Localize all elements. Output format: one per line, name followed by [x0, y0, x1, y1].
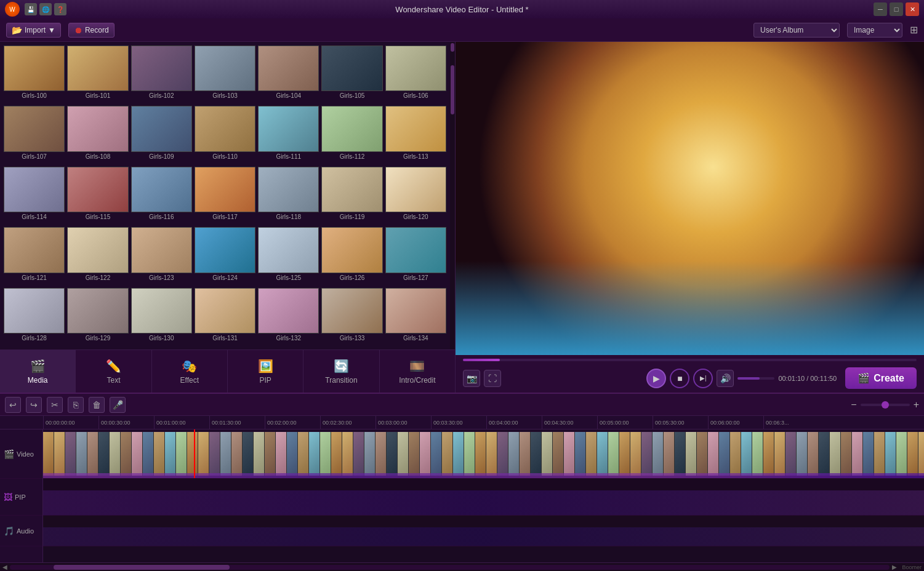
media-item[interactable]: Girls-132: [258, 288, 319, 346]
time-display: 00:01:10 / 00:11:50: [778, 375, 837, 382]
media-item[interactable]: Girls-122: [67, 227, 128, 285]
copy-button[interactable]: ⎘: [68, 397, 84, 413]
media-item-label: Girls-100: [22, 92, 47, 99]
timeline: ↩ ↪ ✂ ⎘ 🗑 🎤 − + 00:00:00:0000:00:30:0000…: [0, 393, 924, 571]
cut-button[interactable]: ✂: [47, 397, 63, 413]
clip-frame: [43, 432, 54, 476]
media-item[interactable]: Girls-120: [385, 167, 446, 225]
media-item[interactable]: Girls-129: [67, 288, 128, 346]
title-icon-web[interactable]: 🌐: [39, 3, 52, 15]
tab-text[interactable]: ✏️ Text: [76, 350, 151, 393]
clip-frame: [353, 432, 364, 476]
clip-frame: [198, 432, 209, 476]
media-item[interactable]: Girls-131: [195, 288, 255, 346]
zoom-slider[interactable]: [861, 404, 910, 406]
import-button[interactable]: 📂 Import ▼: [6, 23, 61, 38]
media-item-label: Girls-134: [403, 335, 428, 341]
zoom-in-button[interactable]: +: [914, 399, 919, 410]
media-item[interactable]: Girls-130: [131, 288, 192, 346]
media-item[interactable]: Girls-123: [131, 227, 192, 285]
grid-view-icon[interactable]: ⊞: [910, 24, 918, 36]
media-item[interactable]: Girls-124: [195, 227, 255, 285]
clip-frame: [154, 432, 165, 476]
tab-effect[interactable]: 🎭 Effect: [152, 350, 228, 393]
clip-frame: [586, 432, 597, 476]
media-item[interactable]: Girls-116: [131, 167, 192, 225]
pip-tab-icon: 🖼️: [258, 359, 273, 373]
clip-frame: [331, 432, 342, 476]
clip-frame: [542, 432, 553, 476]
redo-button[interactable]: ↪: [26, 397, 42, 413]
media-item[interactable]: Girls-102: [131, 46, 192, 103]
tab-pip[interactable]: 🖼️ PIP: [228, 350, 303, 393]
media-item[interactable]: Girls-125: [258, 227, 319, 285]
scroll-right-icon[interactable]: ▶: [890, 564, 897, 570]
tab-transition[interactable]: 🔄 Transition: [303, 350, 379, 393]
media-item[interactable]: Girls-134: [385, 288, 446, 346]
record-button[interactable]: ⏺ Record: [68, 23, 114, 38]
fullscreen-button[interactable]: ⛶: [484, 370, 501, 387]
media-item[interactable]: Girls-113: [385, 106, 446, 164]
clip-frame: [176, 432, 187, 476]
pip-track[interactable]: [43, 479, 924, 516]
media-item[interactable]: Girls-117: [195, 167, 255, 225]
delete-button[interactable]: 🗑: [89, 397, 105, 413]
media-item[interactable]: Girls-108: [67, 106, 128, 164]
volume-slider[interactable]: [737, 377, 774, 380]
tab-media[interactable]: 🎬 Media: [0, 350, 76, 393]
media-item[interactable]: Girls-128: [4, 288, 65, 346]
media-item[interactable]: Girls-133: [321, 288, 382, 346]
media-item[interactable]: Girls-114: [4, 167, 65, 225]
title-icon-help[interactable]: ❓: [54, 3, 66, 15]
media-item-label: Girls-122: [86, 274, 111, 281]
next-frame-button[interactable]: ▶|: [693, 369, 713, 388]
zoom-out-button[interactable]: −: [851, 399, 856, 410]
media-item[interactable]: Girls-121: [4, 227, 65, 285]
media-item[interactable]: Girls-106: [385, 46, 446, 103]
media-item[interactable]: Girls-111: [258, 106, 319, 164]
clip-frame: [619, 432, 630, 476]
maximize-button[interactable]: □: [890, 2, 903, 16]
undo-button[interactable]: ↩: [5, 397, 21, 413]
type-select[interactable]: ImageVideoAudio: [847, 23, 902, 38]
clip-frame: [575, 432, 586, 476]
media-item[interactable]: Girls-110: [195, 106, 255, 164]
media-item[interactable]: Girls-107: [4, 106, 65, 164]
clip-frame: [564, 432, 575, 476]
preview-progress-area[interactable]: [456, 355, 924, 364]
close-button[interactable]: ✕: [906, 2, 919, 16]
media-item[interactable]: Girls-126: [321, 227, 382, 285]
album-select[interactable]: User's Album: [753, 23, 840, 38]
preview-progress-bar[interactable]: [463, 359, 917, 361]
screenshot-button[interactable]: 📷: [463, 370, 480, 387]
ruler-mark: 00:05:30:00: [653, 416, 708, 429]
media-item[interactable]: Girls-104: [258, 46, 319, 103]
media-item[interactable]: Girls-112: [321, 106, 382, 164]
title-icon-save[interactable]: 💾: [25, 3, 37, 15]
media-item-label: Girls-114: [22, 214, 47, 220]
media-item[interactable]: Girls-103: [195, 46, 255, 103]
media-item-label: Girls-131: [212, 335, 238, 341]
media-item[interactable]: Girls-127: [385, 227, 446, 285]
horizontal-scrollbar[interactable]: [10, 565, 890, 570]
media-item[interactable]: Girls-115: [67, 167, 128, 225]
stop-button[interactable]: ■: [670, 369, 689, 388]
play-button[interactable]: ▶: [646, 369, 666, 388]
clip-frame: [342, 432, 353, 476]
tab-intro-credit[interactable]: 🎞️ Intro/Credit: [380, 350, 455, 393]
volume-button[interactable]: 🔊: [717, 370, 734, 387]
minimize-button[interactable]: ─: [874, 2, 887, 16]
video-track[interactable]: [43, 429, 924, 479]
voiceover-button[interactable]: 🎤: [110, 397, 126, 413]
media-item[interactable]: Girls-100: [4, 46, 65, 103]
media-item[interactable]: Girls-119: [321, 167, 382, 225]
clip-frame: [597, 432, 608, 476]
media-item[interactable]: Girls-105: [321, 46, 382, 103]
media-item[interactable]: Girls-109: [131, 106, 192, 164]
media-item[interactable]: Girls-101: [67, 46, 128, 103]
scroll-left-icon[interactable]: ◀: [2, 564, 10, 570]
media-scrollbar[interactable]: [450, 42, 455, 349]
create-button[interactable]: 🎬 Create: [845, 367, 917, 389]
media-item[interactable]: Girls-118: [258, 167, 319, 225]
audio-track[interactable]: [43, 516, 924, 546]
